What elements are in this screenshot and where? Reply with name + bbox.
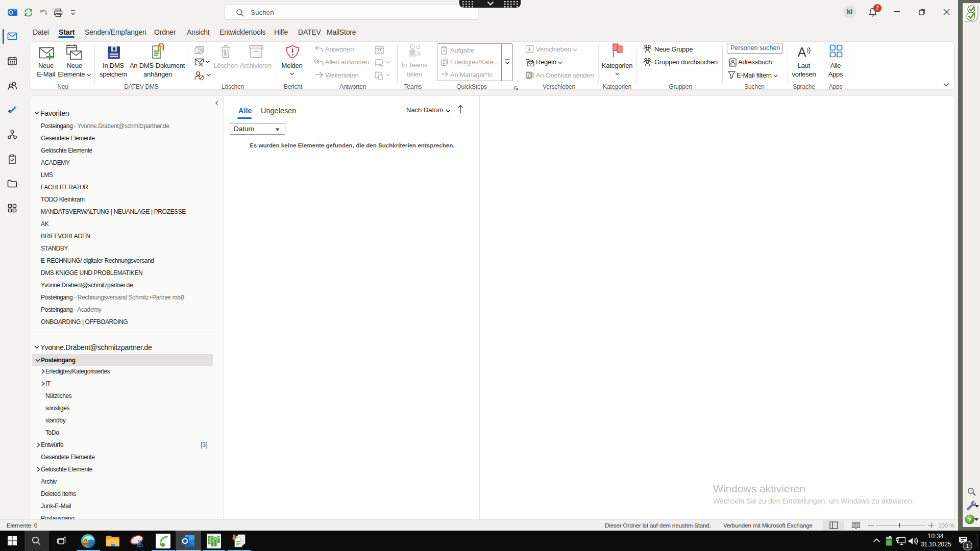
svg-text:A: A xyxy=(798,45,806,58)
svg-text:N: N xyxy=(527,72,530,78)
svg-text:?: ? xyxy=(968,516,972,523)
svg-text:T: T xyxy=(411,50,414,55)
